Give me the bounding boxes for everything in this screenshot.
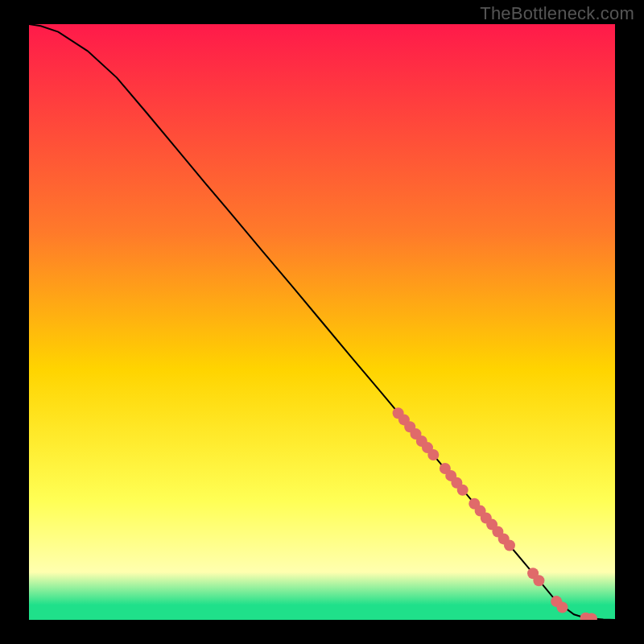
chart-stage: TheBottleneck.com bbox=[0, 0, 644, 644]
data-point bbox=[533, 575, 544, 586]
chart-svg bbox=[29, 24, 615, 620]
data-point bbox=[504, 540, 515, 551]
watermark-text: TheBottleneck.com bbox=[480, 3, 634, 24]
plot-area bbox=[29, 24, 615, 620]
data-point bbox=[427, 449, 439, 460]
data-point bbox=[457, 485, 469, 496]
data-point bbox=[557, 602, 568, 613]
